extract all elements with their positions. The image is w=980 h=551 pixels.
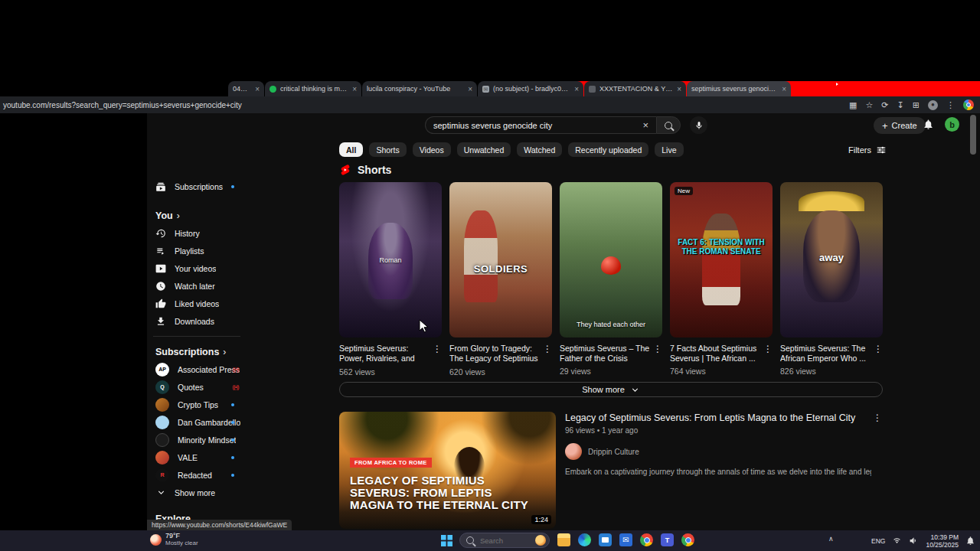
chrome-browser-icon[interactable]	[640, 533, 653, 546]
shorts-show-more-button[interactable]: Show more	[339, 382, 883, 397]
url-text[interactable]: youtube.com/results?search_query=septimi…	[0, 101, 242, 109]
sidebar-channel-redacted[interactable]: R Redacted	[147, 466, 247, 484]
shorts-card[interactable]: SOLDIERS From Glory to Tragedy: The Lega…	[449, 182, 552, 377]
shorts-thumbnail[interactable]: They hated each other	[560, 182, 662, 337]
mail-app-icon[interactable]: ✉	[619, 533, 632, 546]
bookmark-star-icon[interactable]: ☆	[865, 101, 873, 109]
chrome-profile-icon[interactable]	[963, 99, 974, 110]
sidebar-channel-minority-mindset[interactable]: Minority Mindset	[147, 431, 247, 448]
more-options-icon[interactable]: ⋮	[874, 344, 883, 354]
sidebar-item-playlists[interactable]: Playlists	[147, 242, 247, 259]
tab-close-icon[interactable]: ×	[677, 85, 681, 93]
chip-all[interactable]: All	[339, 142, 363, 157]
file-explorer-icon[interactable]	[557, 533, 570, 546]
tab-close-icon[interactable]: ×	[255, 85, 260, 93]
chip-live[interactable]: Live	[655, 142, 683, 157]
page-scrollbar[interactable]	[970, 115, 976, 155]
browser-tab[interactable]: XXXTENTACION & YE - True Love... ×	[584, 81, 686, 96]
microsoft-store-icon[interactable]	[599, 533, 612, 546]
shorts-card[interactable]: New FACT 6: TENSION WITH THE ROMAN SENAT…	[670, 182, 773, 377]
browser-profile-avatar[interactable]: ●	[928, 100, 938, 110]
sidebar-channel-dan-gambardello[interactable]: Dan Gambardello	[147, 413, 247, 431]
more-options-icon[interactable]: ⋮	[873, 413, 882, 422]
shorts-video-title[interactable]: Septimius Severus – The Father of the Cr…	[560, 344, 650, 364]
language-indicator[interactable]: ENG	[871, 537, 885, 545]
browser-tab[interactable]: 04% Unre ×	[228, 81, 264, 96]
filters-button[interactable]: Filters	[848, 145, 887, 155]
browser-tab-active[interactable]: septimius severus genocide city ×	[687, 81, 791, 96]
start-button[interactable]	[441, 535, 452, 549]
sidebar-item-watch-later[interactable]: Watch later	[147, 277, 247, 295]
tab-close-icon[interactable]: ×	[352, 85, 357, 93]
sidebar-channel-vale[interactable]: VALE	[147, 448, 247, 466]
sidebar-item-your-videos[interactable]: Your videos	[147, 259, 247, 277]
browser-tab[interactable]: critical thinking is mandatory , Le ×	[265, 81, 361, 96]
chip-watched[interactable]: Watched	[517, 142, 562, 157]
notifications-button[interactable]	[923, 119, 934, 133]
search-button[interactable]	[656, 116, 681, 134]
wifi-icon[interactable]	[892, 536, 902, 546]
video-title[interactable]: Legacy of Septimius Severus: From Leptis…	[565, 412, 871, 423]
shorts-thumbnail[interactable]: away	[780, 182, 883, 337]
shorts-thumbnail[interactable]: SOLDIERS	[449, 182, 552, 337]
more-options-icon[interactable]: ⋮	[543, 344, 552, 354]
sidebar-you-header[interactable]: You ›	[147, 207, 247, 224]
notification-bell-icon[interactable]	[965, 536, 975, 546]
search-input[interactable]	[432, 120, 641, 131]
volume-icon[interactable]	[909, 536, 919, 546]
side-panel-icon[interactable]: ▦	[849, 101, 857, 109]
more-options-icon[interactable]: ⋮	[433, 344, 442, 354]
taskbar-clock[interactable]: 10:39 PM 10/25/2025	[926, 533, 959, 549]
chip-videos[interactable]: Videos	[413, 142, 451, 157]
clear-search-icon[interactable]: ×	[641, 119, 650, 131]
shorts-video-title[interactable]: From Glory to Tragedy: The Legacy of Sep…	[449, 344, 540, 364]
sidebar-channel-associated-press[interactable]: AP Associated Press ((•))	[147, 360, 247, 378]
search-box[interactable]: ×	[425, 116, 656, 134]
tab-close-icon[interactable]: ×	[782, 85, 786, 93]
channel-name[interactable]: Drippin Culture	[588, 448, 639, 456]
channel-row[interactable]: Drippin Culture	[565, 443, 871, 460]
browser-tab[interactable]: ✉ (no subject) - bradlyc0808@gma... ×	[478, 81, 583, 96]
sidebar-item-subscriptions[interactable]: Subscriptions	[147, 178, 247, 195]
sidebar-show-more[interactable]: Show more	[147, 484, 247, 501]
hidden-icons-chevron[interactable]: ∧	[828, 535, 834, 543]
download-icon[interactable]: ↧	[897, 101, 904, 109]
more-options-icon[interactable]: ⋮	[763, 344, 773, 354]
more-options-icon[interactable]: ⋮	[653, 344, 662, 354]
shorts-card[interactable]: away Septimius Severus: The African Empe…	[780, 182, 883, 377]
shorts-video-title[interactable]: Septimius Severus: The African Emperor W…	[780, 344, 871, 364]
extensions-icon[interactable]: ⊞	[913, 101, 920, 109]
taskbar-weather-widget[interactable]: 79°F Mostly clear	[150, 532, 198, 547]
chip-recently-uploaded[interactable]: Recently uploaded	[568, 142, 648, 157]
shorts-card[interactable]: Roman Septimius Severus: Power, Rivalrie…	[339, 182, 442, 377]
shorts-video-title[interactable]: Septimius Severus: Power, Rivalries, and…	[339, 344, 430, 364]
sidebar-channel-crypto-tips[interactable]: Crypto Tips	[147, 396, 247, 413]
taskbar-search-box[interactable]	[459, 533, 550, 548]
sidebar-item-downloads[interactable]: Downloads	[147, 312, 247, 330]
new-content-dot	[231, 185, 234, 188]
app-icon[interactable]: T	[661, 533, 674, 546]
taskbar-search-input[interactable]	[479, 536, 531, 546]
tab-close-icon[interactable]: ×	[468, 85, 472, 93]
sync-icon[interactable]: ⟳	[881, 101, 888, 109]
shorts-thumbnail[interactable]: Roman	[339, 182, 442, 337]
browser-tab[interactable]: lucila conspiracy - YouTube ×	[362, 81, 477, 96]
sidebar-item-liked-videos[interactable]: Liked videos	[147, 295, 247, 312]
voice-search-button[interactable]	[690, 116, 707, 134]
shorts-video-title[interactable]: 7 Facts About Septimius Severus | The Af…	[670, 344, 760, 364]
create-button[interactable]: + Create	[874, 117, 926, 134]
shorts-card[interactable]: They hated each other Septimius Severus …	[560, 182, 662, 377]
chip-unwatched[interactable]: Unwatched	[457, 142, 511, 157]
chrome-browser-icon[interactable]	[681, 533, 694, 546]
sidebar-channel-quotes[interactable]: Q Quotes ((•))	[147, 378, 247, 396]
video-thumbnail[interactable]: FROM AFRICA TO ROME LEGACY OF SEPTIMIUS …	[339, 412, 556, 529]
edge-browser-icon[interactable]	[578, 533, 591, 546]
sidebar-subscriptions-header[interactable]: Subscriptions ›	[147, 343, 247, 360]
sidebar-item-history[interactable]: History	[147, 224, 247, 242]
sidebar-divider	[153, 336, 240, 337]
chip-shorts[interactable]: Shorts	[369, 142, 406, 157]
tab-close-icon[interactable]: ×	[574, 85, 579, 93]
account-avatar[interactable]: b	[945, 117, 959, 132]
shorts-thumbnail[interactable]: New FACT 6: TENSION WITH THE ROMAN SENAT…	[670, 182, 773, 337]
browser-menu-icon[interactable]: ⋮	[946, 101, 955, 109]
